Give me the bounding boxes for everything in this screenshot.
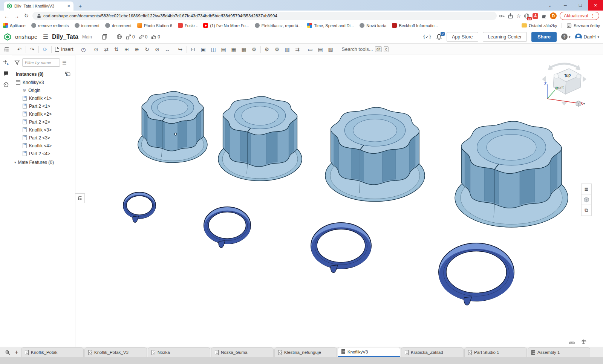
bookmark-star-icon[interactable]: ☆ (516, 13, 521, 19)
pin-slot-mate-icon[interactable]: ⊘ (152, 45, 162, 54)
view-options-button[interactable]: ▾ (575, 100, 585, 107)
tree-item[interactable]: ⊕Origin (12, 86, 75, 94)
rotate-left-arrow[interactable] (542, 76, 546, 82)
add-tab-button[interactable]: + (12, 348, 21, 357)
tree-item[interactable]: Part 2 <2> (12, 118, 75, 126)
app-store-button[interactable]: App Store (447, 32, 478, 42)
tree-item[interactable]: Knoflik <3> (12, 126, 75, 134)
document-title[interactable]: Dily_Tata (52, 34, 78, 40)
bookmark-item[interactable]: increment (75, 23, 99, 28)
screw-relation-icon[interactable]: ⚙ (272, 45, 282, 54)
history-versions-icon[interactable] (3, 81, 9, 87)
element-tab-part-studio-1[interactable]: Part Studio 1 (464, 347, 527, 357)
insert-button[interactable]: Insert (53, 46, 76, 52)
user-menu[interactable]: DanH ▾ (575, 34, 600, 40)
section-view-button[interactable] (582, 194, 591, 205)
featurescript-icon[interactable]: {✓} (422, 34, 431, 40)
features-panel-handle[interactable] (75, 193, 85, 203)
tree-item[interactable]: Part 2 <3> (12, 134, 75, 142)
gear-relation-icon[interactable]: ⚙ (249, 45, 259, 54)
element-tab-nozka-guma[interactable]: Nozka_Guma (211, 347, 274, 357)
cylindrical-mate-icon[interactable]: ↻ (142, 45, 152, 54)
adblock-extension-icon[interactable]: A (533, 13, 538, 19)
window-minimize-button[interactable]: ─ (558, 0, 573, 11)
rotate-right-arrow[interactable] (583, 76, 586, 82)
tree-item[interactable]: Knoflik <4> (12, 142, 75, 150)
share-page-icon[interactable] (508, 13, 513, 19)
bom-table-icon[interactable]: ▤ (315, 45, 326, 54)
ruler-units-icon[interactable] (569, 339, 575, 344)
search-tools[interactable]: Search tools... alt c (342, 46, 389, 52)
mate-icon[interactable]: ◷ (78, 45, 89, 54)
group-parts-icon[interactable]: ◫ (208, 45, 219, 54)
list-options-icon[interactable]: ☰ (62, 60, 67, 66)
bookmark-item[interactable]: Aplikace (3, 23, 26, 28)
appearance-button[interactable]: ⧉ (582, 205, 591, 216)
exploded-view-icon[interactable]: ▭ (305, 45, 315, 54)
window-maximize-button[interactable]: ☐ (573, 0, 588, 11)
select-region-icon[interactable]: ⊡ (188, 45, 198, 54)
mate-connector-panel-icon[interactable] (3, 60, 9, 66)
planar-mate-icon[interactable]: ⊞ (122, 45, 132, 54)
bookmark-item[interactable]: Nová karta (360, 23, 386, 28)
new-tab-button[interactable]: + (76, 1, 85, 10)
knob-part-1[interactable] (138, 92, 207, 163)
filter-funnel-icon[interactable] (14, 60, 20, 66)
chrome-update-button[interactable]: Aktualizovat ⋮ (560, 12, 599, 20)
rack-relation-icon[interactable]: ⚙ (262, 45, 272, 54)
scale-icon[interactable] (581, 339, 586, 344)
document-menu-icon[interactable]: ☰ (43, 33, 48, 40)
element-tab-knoflikyv3[interactable]: KnoflikyV3 (338, 347, 400, 357)
workspace-name[interactable]: Main (82, 34, 92, 40)
rotate-arc-icon[interactable] (551, 64, 577, 67)
element-tab-knoflik-potak-v3[interactable]: Knoflik_Potak_V3 (84, 347, 147, 357)
bookmark-item[interactable]: Beckhoff Informatio... (392, 23, 438, 28)
named-positions-icon[interactable]: ▤ (219, 45, 229, 54)
group-icon[interactable]: ⊙ (91, 45, 101, 54)
fork-counter[interactable]: 0 (126, 34, 135, 40)
reload-icon[interactable]: ↻ (23, 12, 30, 19)
knob-part-4[interactable] (455, 121, 568, 227)
ring-part-4[interactable] (439, 243, 514, 305)
extensions-puzzle-icon[interactable] (541, 13, 547, 19)
bookmark-item[interactable]: Elektrika.cz, reportá... (255, 23, 302, 28)
mate-connector-icon[interactable]: ▣ (198, 45, 208, 54)
undo-icon[interactable]: ↶ (14, 45, 24, 54)
link-counter[interactable]: 0 (139, 34, 148, 40)
onshape-logo[interactable] (4, 33, 11, 41)
bookmark-item[interactable]: Photo Station 6 (137, 23, 172, 28)
replicate-icon[interactable]: ⇉ (292, 45, 303, 54)
element-tab-assembly-1[interactable]: Assembly 1 (528, 347, 590, 357)
ring-part-1[interactable] (123, 192, 156, 222)
element-tab-knoflik-potak[interactable]: Knoflik_Potak (21, 347, 84, 357)
tree-item[interactable]: Knoflik <1> (12, 94, 75, 102)
bookmark-item[interactable]: remove redirects (31, 23, 69, 28)
display-list-button[interactable]: ≣ (582, 184, 591, 194)
tree-item[interactable]: Part 2 <4> (12, 150, 75, 158)
learning-center-button[interactable]: Learning Center (483, 32, 527, 42)
browser-profile-avatar[interactable]: D (550, 12, 557, 19)
comments-panel-icon[interactable] (3, 70, 9, 76)
tangent-mate-icon[interactable]: ↪ (175, 45, 185, 54)
bookmark-item[interactable]: Time, Speed and Di... (307, 23, 354, 28)
bookmark-item[interactable]: (1) I've No More Fu... (203, 23, 249, 28)
knob-part-3[interactable] (325, 107, 425, 202)
pattern-icon[interactable]: ▩ (239, 45, 249, 54)
tree-item[interactable]: Part 2 <1> (12, 102, 75, 110)
browser-tab[interactable]: Dily_Tata | KnoflikyV3 ✕ (4, 2, 73, 11)
element-tab-nozka[interactable]: Nozka (148, 347, 210, 357)
mate-features-row[interactable]: ▾ Mate Features (0) (12, 158, 75, 165)
password-key-icon[interactable] (499, 13, 505, 19)
ring-part-3[interactable] (311, 223, 371, 273)
tree-item[interactable]: KnoflikyV3 (12, 78, 75, 86)
view-cube[interactable]: Top Front Z Y X (540, 58, 589, 107)
forward-icon[interactable]: → (13, 13, 20, 19)
bookmark-item[interactable]: Fuskr - (178, 23, 197, 28)
filter-input[interactable] (22, 58, 60, 67)
window-close-button[interactable]: ✕ (588, 0, 603, 11)
tree-item[interactable]: Knoflik <2> (12, 110, 75, 118)
notifications-button[interactable]: 2 (436, 34, 442, 40)
browser-menu-icon[interactable]: ⋮ (591, 13, 595, 18)
copy-document-icon[interactable] (102, 34, 107, 40)
rotate-down-arrow[interactable] (561, 102, 567, 106)
